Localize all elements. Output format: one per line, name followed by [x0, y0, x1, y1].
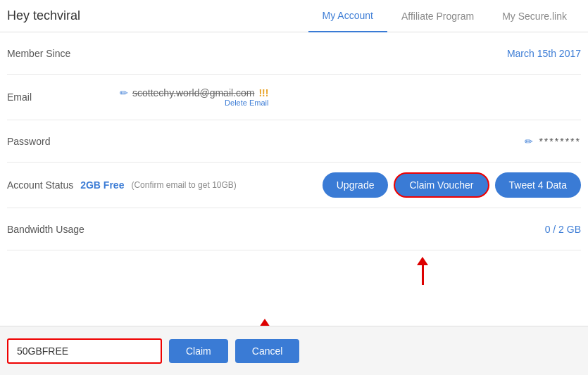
password-edit-icon[interactable]: ✏ [525, 136, 533, 147]
free-badge: 2GB Free [80, 179, 124, 191]
member-since-value: March 15th 2017 [507, 48, 581, 59]
voucher-input[interactable] [7, 338, 162, 364]
cancel-button[interactable]: Cancel [235, 339, 300, 363]
claim-voucher-button[interactable]: Claim Voucher [394, 172, 489, 198]
arrow-to-claim-voucher [417, 257, 428, 285]
bandwidth-row: Bandwidth Usage 0 / 2 GB [7, 208, 581, 250]
member-since-label: Member Since [7, 48, 120, 59]
password-row: Password ✏ ******** [7, 120, 581, 163]
upgrade-button[interactable]: Upgrade [323, 172, 389, 198]
action-buttons: Upgrade Claim Voucher Tweet 4 Data [323, 172, 581, 198]
email-edit-icon[interactable]: ✏ [120, 87, 128, 98]
email-line: ✏ scottechy.world@gmail.com !!! [120, 87, 268, 98]
bandwidth-label: Bandwidth Usage [7, 224, 120, 235]
password-stars: ******** [539, 136, 581, 147]
account-status-row: Account Status 2GB Free (Confirm email t… [7, 163, 581, 208]
email-label: Email [7, 91, 120, 103]
email-exclamation: !!! [258, 87, 268, 98]
tab-affiliate[interactable]: Affiliate Program [387, 0, 488, 32]
delete-email-link[interactable]: Delete Email [225, 98, 268, 107]
account-status-label: Account Status [7, 179, 73, 191]
content-area: Member Since March 15th 2017 Email ✏ sco… [0, 32, 588, 250]
claim-button[interactable]: Claim [169, 339, 228, 363]
bandwidth-value: 0 / 2 GB [545, 224, 581, 235]
claim-bar: Claim Cancel [0, 326, 588, 375]
password-value-section: ✏ ******** [525, 136, 581, 147]
email-value: scottechy.world@gmail.com [132, 87, 254, 98]
tweet-button[interactable]: Tweet 4 Data [495, 172, 582, 198]
email-row: Email ✏ scottechy.world@gmail.com !!! De… [7, 75, 581, 120]
site-title: Hey techviral [7, 8, 80, 23]
password-label: Password [7, 136, 120, 147]
email-section: ✏ scottechy.world@gmail.com !!! Delete E… [120, 87, 268, 107]
main-container: Hey techviral My Account Affiliate Progr… [0, 0, 588, 375]
tab-secure-link[interactable]: My Secure.link [488, 0, 581, 32]
confirm-text: (Confirm email to get 10GB) [131, 180, 236, 190]
member-since-row: Member Since March 15th 2017 [7, 32, 581, 75]
nav-tabs: My Account Affiliate Program My Secure.l… [308, 0, 581, 32]
header: Hey techviral My Account Affiliate Progr… [0, 0, 588, 32]
tab-my-account[interactable]: My Account [308, 0, 387, 32]
